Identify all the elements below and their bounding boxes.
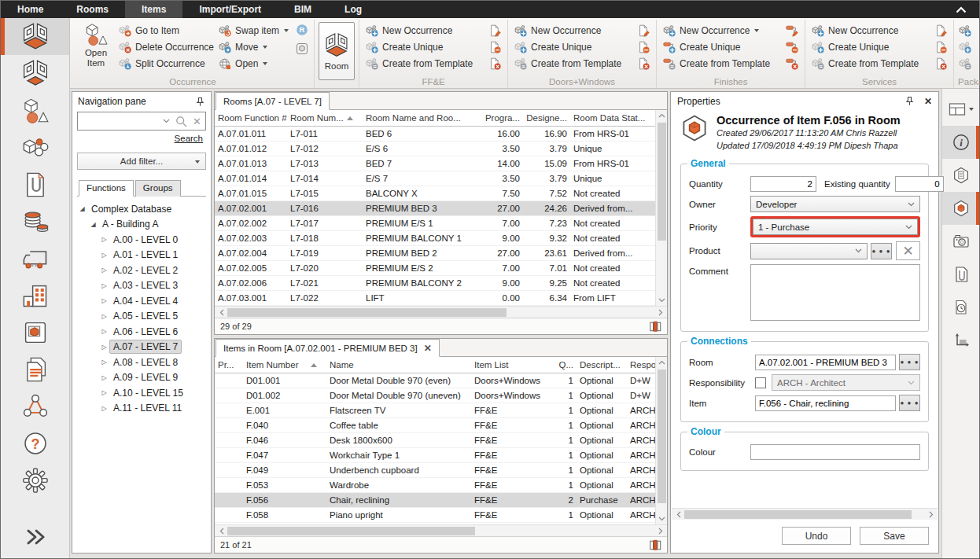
expander-collapsed-icon[interactable]: ▷ [99,297,109,304]
tree-node[interactable]: ▷A.08 - LEVEL 8 [74,355,209,370]
ribbon-action-delete-occurrence[interactable]: Delete Occurrence [116,39,216,55]
search-link[interactable]: Search [80,134,203,143]
menu-tab-bim[interactable]: BIM [278,1,328,18]
ribbon-action-open[interactable]: Open [216,55,291,72]
expander-collapsed-icon[interactable]: ▷ [99,389,109,396]
table-row[interactable]: A.07.02.001L7-016PREMIUM BED 327.0024.26… [215,201,655,216]
item-browse-button[interactable]: ● ● ● [899,395,920,411]
expander-collapsed-icon[interactable]: ▷ [99,313,109,320]
sidebar-item-reports[interactable] [1,351,69,388]
existing-quantity-input[interactable] [895,176,944,192]
expander-collapsed-icon[interactable]: ▷ [99,359,109,366]
sidebar-item-logistics[interactable] [1,240,69,277]
scroll-up-icon[interactable] [656,357,668,368]
item-input[interactable] [755,395,896,411]
expander-collapsed-icon[interactable]: ▷ [99,236,109,243]
table-row[interactable]: A.07.01.015L7-015BALCONY X7.507.52Not cr… [215,186,655,201]
columns-icon[interactable] [650,321,661,333]
new-occurrence-icon[interactable] [959,24,971,37]
rooms-tab[interactable]: Rooms [A.07 - LEVEL 7] [216,92,330,110]
expander-collapsed-icon[interactable]: ▷ [99,344,109,351]
tree-node[interactable]: ▷A.07 - LEVEL 7 [74,340,209,355]
scroll-right-icon[interactable] [925,509,937,520]
column-header-room-name-and-roo[interactable]: Room Name and Roo... [363,110,474,126]
tree-node[interactable]: ▷A.09 - LEVEL 9 [74,370,209,386]
colour-input[interactable] [750,444,920,460]
tree-node[interactable]: ▷A.04 - LEVEL 4 [74,293,209,309]
sidebar-item-rooms[interactable] [1,18,69,55]
scroll-down-icon[interactable] [656,513,668,524]
tree-node[interactable]: ▷A.02 - LEVEL 2 [74,263,209,278]
scroll-down-icon[interactable] [656,295,668,306]
right-tool-layout-selector[interactable] [942,93,979,126]
scroll-left-icon[interactable] [216,525,227,536]
table-row[interactable]: F.053WardrobeFF&E1OptionalARCH [215,478,655,493]
menu-tab-log[interactable]: Log [328,1,378,18]
product-browse-button[interactable]: ● ● ● [871,243,892,259]
comment-textarea[interactable] [750,264,920,321]
scroll-right-icon[interactable] [654,307,666,318]
ribbon-action-go-to-item[interactable]: Go to Item [116,22,216,39]
expander-collapsed-icon[interactable]: ▷ [99,374,109,381]
tree-node[interactable]: ▷A.11 - LEVEL 11 [74,401,209,417]
doc-edit-icon[interactable] [934,24,947,37]
scrollbar-thumb[interactable] [658,123,666,241]
scroll-up-icon[interactable] [656,110,668,121]
menu-tab-import-export[interactable]: Import/Export [182,1,278,18]
ribbon-action-doors-windows-create-from-template[interactable]: Create from Template [512,55,652,72]
table-row[interactable]: F.058Piano uprightFF&E1OptionalARCH [215,508,655,523]
right-tool-history[interactable] [942,291,979,324]
columns-icon[interactable] [650,539,661,551]
close-tab-icon[interactable]: ✕ [424,344,432,353]
tree-node[interactable]: ▷A.01 - LEVEL 1 [74,248,209,263]
scrollbar-thumb[interactable] [684,510,912,519]
table-row[interactable]: A.07.02.004L7-019PREMIUM BED 227.0023.61… [215,246,655,261]
right-tool-occurrence-data[interactable] [942,192,979,225]
column-header-name[interactable]: Name [326,357,471,373]
sidebar-item-occurrences[interactable] [1,129,69,166]
ribbon-action-ff-e-create-unique[interactable]: Create Unique [363,39,503,55]
ribbon-action-ff-e-new-occurrence[interactable]: New Occurrence [363,22,503,39]
responsibility-dropdown[interactable]: ARCH - Architect [772,374,920,391]
expander-collapsed-icon[interactable]: ▷ [99,405,109,412]
column-header-item-list[interactable]: Item List [471,357,556,373]
menu-tab-items[interactable]: Items [125,1,182,18]
product-dropdown[interactable] [750,243,868,259]
sidebar-item-relations[interactable] [1,388,69,425]
right-tool-camera[interactable] [942,225,979,258]
ribbon-action-services-new-occurrence[interactable]: New Occurrence [809,22,949,39]
create-template-icon[interactable] [959,57,971,70]
column-header-pr[interactable]: Pr... [215,357,243,373]
column-header-progra[interactable]: Progra... [474,110,523,126]
table-row[interactable]: F.046Desk 1800x600FF&E1OptionalARCH [215,433,655,448]
column-header-descript[interactable]: Descript... [577,357,627,373]
ribbon-action-doors-windows-create-unique[interactable]: Create Unique [512,39,652,55]
sidebar-item-settings[interactable] [1,462,69,498]
table-row[interactable]: A.07.01.013L7-013BED 714.0015.09From HRS… [215,156,655,171]
table-row[interactable]: A.07.01.011L7-011BED 616.0016.90From HRS… [215,127,655,142]
open-item-button[interactable]: Open Item [76,20,116,68]
column-header-room-function[interactable]: Room Function #: [215,110,287,126]
right-tool-attachment[interactable] [942,258,979,291]
tree-node[interactable]: ▷A.10 - LEVEL 15 [74,385,209,401]
product-clear-button[interactable]: ✕ [896,241,920,260]
table-row[interactable]: D01.001Door Metal Double 970 (even)Doors… [215,373,655,388]
revit-icon[interactable]: R [296,24,308,36]
column-header-respo[interactable]: Respo [627,357,655,373]
tab-groups[interactable]: Groups [135,180,181,197]
add-filter-dropdown[interactable]: Add filter... [77,153,206,170]
pin-icon[interactable] [904,96,915,106]
tree-node[interactable]: ◢A - Building A [74,217,209,233]
room-input[interactable] [755,355,896,370]
undo-button[interactable]: Undo [782,527,851,545]
sidebar-item-room-items[interactable] [1,55,69,92]
expander-collapsed-icon[interactable]: ▷ [99,282,109,289]
room-button[interactable]: Room [319,22,355,80]
clear-search-icon[interactable]: ✕ [193,116,201,127]
priority-dropdown[interactable]: 1 - Purchase [753,219,918,235]
roller-remove-icon[interactable] [786,41,798,53]
expander-collapsed-icon[interactable]: ▷ [99,252,109,259]
table-row[interactable]: E.001Flatscreen TVFF&E1OptionalARCH [215,403,655,418]
room-browse-button[interactable]: ● ● ● [899,354,920,370]
ribbon-action-finishes-new-occurrence[interactable]: New Occurrence [661,22,801,39]
